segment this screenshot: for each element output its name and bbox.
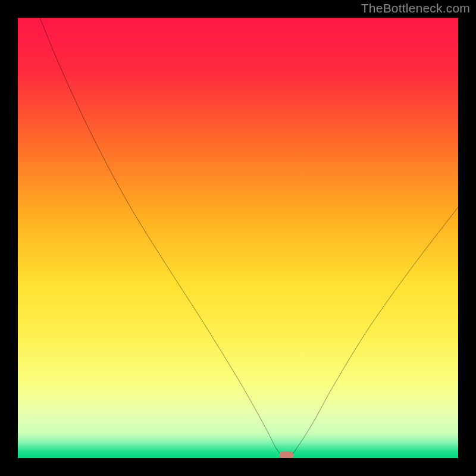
watermark-text: TheBottleneck.com xyxy=(361,1,470,15)
bottleneck-curve xyxy=(18,18,458,458)
plot-area xyxy=(18,18,458,458)
optimal-point-marker xyxy=(279,451,293,458)
chart-frame: TheBottleneck.com xyxy=(0,0,476,476)
